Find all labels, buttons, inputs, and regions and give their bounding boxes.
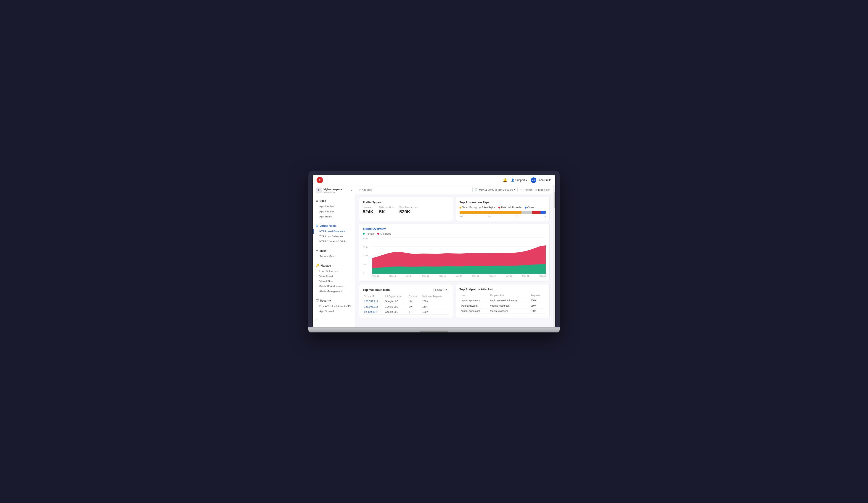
user-avatar: JS	[531, 178, 536, 183]
content-body: Traffic Types Humans 524K Malicious Bots…	[355, 194, 553, 327]
sidebar-item-tcp-load-balancers[interactable]: TCP Load Balancers	[313, 234, 355, 239]
sidebar-item-app-traffic[interactable]: App Traffic	[313, 214, 355, 219]
scrollbar[interactable]	[553, 185, 555, 327]
top-bar: F 🔔 👤 Support ▾ JS John Smith	[313, 175, 555, 185]
chart-main: May 12 May 13 May 14 May 15 May 16 May 1…	[372, 237, 546, 278]
endpoints-attacked-card: Top Endpoints Attacked Host Endpoint Pat…	[456, 284, 550, 318]
sidebar-section-virtual-hosts: ⊞ Virtual Hosts HTTP Load Balancers TCP …	[313, 221, 355, 246]
support-button[interactable]: 👤 Support ▾	[511, 179, 527, 182]
chevron-right-icon: ›	[352, 290, 352, 292]
ip-link[interactable]: 92.439.434	[363, 309, 383, 315]
malicious-bots-stat: Malicious Bots 5K	[379, 206, 394, 214]
refresh-icon: ↻	[520, 188, 523, 191]
sidebar-expand-button[interactable]: »	[313, 315, 355, 323]
sidebar-item-virtual-sites[interactable]: Virtual Sites ›	[313, 279, 355, 284]
traffic-overview-title[interactable]: Traffic Overview	[363, 227, 546, 230]
table-header-row: Source IP AS Organization Country Malici…	[363, 294, 449, 299]
namespace-text: MyNamespace Namespace	[323, 188, 342, 193]
date-range-picker[interactable]: 🕐 May 11 00:00 to May 24 00:00 ▾	[472, 187, 518, 192]
human-legend-item: Human	[363, 232, 374, 235]
token-expired-bar	[521, 211, 532, 214]
sidebar-section-sites: ⊙ Add label Sites App Site Map App Site …	[313, 196, 355, 221]
notification-bell-icon[interactable]: 🔔	[503, 178, 507, 182]
legend-others: Others	[525, 206, 534, 209]
app-logo: F	[317, 177, 323, 183]
bar-labels: 500 50 50 25	[459, 215, 546, 218]
sidebar-item-public-ip-addresses[interactable]: Public IP Addresses	[313, 284, 355, 289]
sidebar-sites-title[interactable]: ⊙ Add label Sites	[313, 198, 355, 204]
chart-x-axis: May 12 May 13 May 14 May 15 May 16 May 1…	[372, 274, 546, 278]
user-menu-button[interactable]: JS John Smith	[531, 178, 551, 183]
security-icon: 🛡	[316, 299, 319, 302]
support-icon: 👤	[511, 179, 514, 182]
content-area: ▽ Add label 🕐 May 11 00:00 to May 24 00:…	[355, 185, 553, 327]
ip-link[interactable]: 141.901.213	[363, 304, 383, 309]
sidebar-item-alerts-management[interactable]: Alerts Management ›	[313, 289, 355, 294]
sidebar-item-service-mesh[interactable]: Service Mesh	[313, 254, 355, 259]
chevron-right-icon: ›	[352, 275, 352, 277]
filter-icon: ▽	[359, 188, 361, 191]
chevron-right-icon: ›	[352, 280, 352, 282]
sidebar-item-app-site-list[interactable]: App Site List	[313, 209, 355, 214]
virtual-hosts-icon: ⊞	[316, 224, 318, 228]
rate-limit-bar	[532, 211, 541, 214]
legend-token-missing: Token Missing	[459, 206, 477, 209]
sidebar-item-app-site-map[interactable]: App Site Map	[313, 204, 355, 209]
header-actions: 🕐 May 11 00:00 to May 24 00:00 ▾ ↻ Refre…	[472, 187, 550, 192]
rate-limit-dot	[498, 207, 500, 209]
malicious-color-dot	[378, 233, 379, 234]
chevron-right-icon: ›	[352, 270, 352, 272]
top-bar-right: 🔔 👤 Support ▾ JS John Smith	[503, 178, 551, 183]
sidebar-item-http-connect-drps[interactable]: HTTP Connect & DRPs	[313, 239, 355, 244]
sidebar-item-fast-acls[interactable]: Fast ACLs for Internet VIPs	[313, 304, 355, 309]
table-row: wellsfargo.com /media-resources/ 150K	[459, 303, 546, 309]
sidebar-item-virtual-host[interactable]: Virtual Host ›	[313, 274, 355, 279]
sidebar-item-http-load-balancers[interactable]: HTTP Load Balancers	[313, 229, 355, 234]
malicious-bots-card: Top Malicious Bots Source IP ▾ Source IP	[359, 284, 453, 318]
table-row: 123.352.111 Google LLC UK 200K	[363, 299, 449, 304]
sidebar-item-app-firewall[interactable]: App Firewall ›	[313, 309, 355, 314]
token-missing-dot	[459, 207, 462, 209]
table-header-row: Host Endpoint Path Requests	[459, 293, 546, 298]
chevron-right-icon: ›	[352, 310, 352, 312]
chevron-down-icon: ▾	[446, 289, 447, 291]
manage-icon: 🔑	[316, 264, 319, 267]
traffic-overview-card: Traffic Overview Human Malicious	[359, 224, 550, 281]
namespace-chevron-icon: ▾	[351, 189, 352, 192]
ip-link[interactable]: 123.352.111	[363, 299, 383, 304]
legend-rate-limit: Rate Limit Exceeded	[498, 206, 522, 209]
malicious-bots-header: Top Malicious Bots Source IP ▾	[363, 288, 449, 292]
chart-with-labels: 20.0K 15.0K 10.0K 5.0K 0	[363, 237, 546, 278]
endpoints-attacked-title: Top Endpoints Attacked	[459, 288, 493, 291]
table-row: 141.901.213 Google LLC UK 150K	[363, 304, 449, 309]
sidebar-item-load-balancers[interactable]: Load Balancers ›	[313, 269, 355, 274]
human-color-dot	[363, 233, 364, 234]
clock-icon: 🕐	[474, 188, 478, 191]
automation-type-title: Top Automation Type	[459, 201, 546, 204]
add-label-button[interactable]: ▽ Add label	[359, 187, 372, 192]
chart-legend: Human Malicious	[363, 232, 546, 235]
source-ip-filter-button[interactable]: Source IP ▾	[433, 288, 449, 292]
laptop-screen: F 🔔 👤 Support ▾ JS John Smith	[312, 175, 556, 328]
malicious-bots-table: Source IP AS Organization Country Malici…	[363, 294, 449, 315]
tables-row: Top Malicious Bots Source IP ▾ Source IP	[359, 284, 550, 318]
sidebar-security-title[interactable]: 🛡 Security	[313, 298, 355, 304]
namespace-selector[interactable]: P MyNamespace Namespace ▾	[313, 185, 355, 196]
chevron-down-icon: ▾	[514, 188, 516, 191]
sidebar-section-manage: 🔑 Manage Load Balancers › Virtual Host ›…	[313, 261, 355, 295]
sidebar-manage-title[interactable]: 🔑 Manage	[313, 262, 355, 269]
endpoints-attacked-header: Top Endpoints Attacked	[459, 288, 546, 291]
scrollbar-thumb[interactable]	[554, 192, 555, 208]
refresh-button[interactable]: ↻ Refresh	[520, 188, 533, 191]
content-header: ▽ Add label 🕐 May 11 00:00 to May 24 00:…	[355, 185, 553, 194]
humans-stat: Humans 524K	[363, 206, 374, 214]
cards-row: Traffic Types Humans 524K Malicious Bots…	[359, 197, 550, 221]
hide-filter-button[interactable]: ∧ Hide Filter	[535, 188, 550, 191]
table-row: 92.439.434 Google LLC IR 150K	[363, 309, 449, 315]
sidebar-mesh-title[interactable]: ✂ Mesh	[313, 248, 355, 254]
table-row: capital-appa.com /news-released/ 150K	[459, 309, 546, 314]
malicious-legend-item: Malicious	[378, 232, 391, 235]
sidebar-virtual-hosts-title[interactable]: ⊞ Virtual Hosts	[313, 223, 355, 229]
automation-type-card: Top Automation Type Token Missing Token …	[456, 197, 550, 221]
endpoints-attacked-table: Host Endpoint Path Requests capital-appa…	[459, 293, 546, 314]
